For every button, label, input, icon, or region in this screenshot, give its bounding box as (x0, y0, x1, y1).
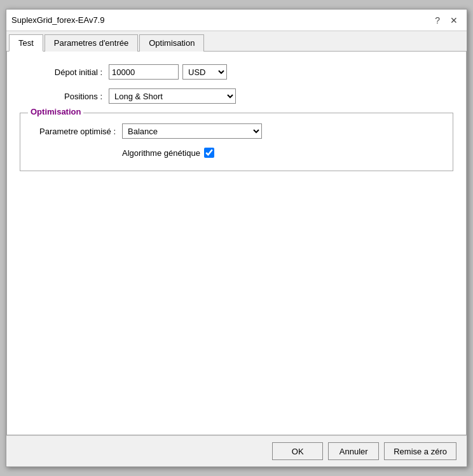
currency-select[interactable]: USD EUR GBP (182, 64, 227, 80)
footer: OK Annuler Remise a zéro (6, 435, 467, 466)
depot-input-group: USD EUR GBP (109, 64, 227, 80)
title-bar-controls: ? ✕ (431, 15, 462, 26)
window-title: SuplexGrid_forex-EAv7.9 (11, 15, 104, 25)
help-button[interactable]: ? (431, 15, 444, 26)
tab-optimisation[interactable]: Optimisation (139, 34, 204, 52)
annuler-button[interactable]: Annuler (328, 442, 379, 460)
depot-input[interactable] (109, 64, 179, 80)
parametre-row: Parametre optimisé : Balance Drawdown Pr… (33, 123, 440, 139)
depot-row: Dépot initial : USD EUR GBP (20, 64, 453, 80)
group-legend: Optimisation (28, 107, 83, 116)
parametre-select[interactable]: Balance Drawdown Profit Factor (122, 123, 262, 139)
algorithme-row: Algorithme génétique (33, 148, 440, 158)
positions-select[interactable]: Long & Short Long only Short only (109, 88, 236, 104)
parametre-input-group: Balance Drawdown Profit Factor (122, 123, 262, 139)
remise-button[interactable]: Remise a zéro (384, 442, 456, 460)
title-bar: SuplexGrid_forex-EAv7.9 ? ✕ (6, 10, 467, 31)
parametre-label: Parametre optimisé : (33, 127, 116, 136)
positions-label: Positions : (20, 92, 102, 101)
algorithme-checkbox[interactable] (204, 148, 214, 158)
optimisation-group: Optimisation Parametre optimisé : Balanc… (20, 113, 453, 171)
positions-row: Positions : Long & Short Long only Short… (20, 88, 453, 104)
ok-button[interactable]: OK (272, 442, 323, 460)
positions-input-group: Long & Short Long only Short only (109, 88, 236, 104)
tab-bar: Test Parametres d'entrée Optimisation (6, 31, 467, 52)
algorithme-label: Algorithme génétique (122, 148, 200, 158)
depot-label: Dépot initial : (20, 67, 102, 77)
tab-content-test: Dépot initial : USD EUR GBP Positions : … (6, 52, 467, 435)
window-body: Test Parametres d'entrée Optimisation Dé… (6, 31, 467, 466)
main-window: SuplexGrid_forex-EAv7.9 ? ✕ Test Paramet… (6, 9, 467, 467)
tab-params[interactable]: Parametres d'entrée (45, 34, 138, 52)
tab-test[interactable]: Test (9, 34, 43, 52)
close-button[interactable]: ✕ (446, 15, 462, 26)
